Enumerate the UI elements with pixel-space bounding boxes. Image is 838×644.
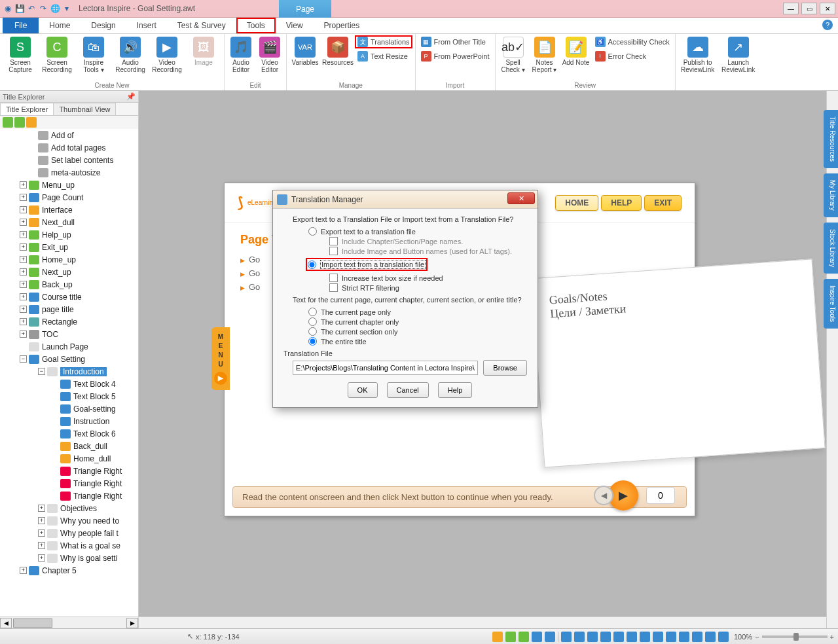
tab-test-survey[interactable]: Test & Survey [167, 18, 236, 33]
accessibility-check-button[interactable]: ♿Accessibility Check [592, 35, 672, 48]
status-icon[interactable] [600, 632, 611, 642]
status-icon[interactable] [505, 632, 516, 642]
expand-icon[interactable]: + [38, 505, 45, 512]
zoom-out-icon[interactable]: − [755, 633, 759, 641]
audio-recording-button[interactable]: 🔊Audio Recording [113, 35, 148, 73]
tree-item[interactable]: +Rectangle [0, 315, 138, 328]
status-icon[interactable] [666, 632, 676, 642]
status-icon[interactable] [718, 632, 729, 642]
expand-icon[interactable]: + [20, 268, 27, 276]
launch-reviewlink-button[interactable]: ↗Launch ReviewLink [719, 35, 758, 73]
page-home-button[interactable]: HOME [555, 195, 598, 211]
expand-icon[interactable]: + [20, 231, 27, 238]
inspire-tools-button[interactable]: 🛍Inspire Tools ▾ [76, 35, 111, 73]
tab-insert[interactable]: Insert [126, 18, 167, 33]
tree-item[interactable]: +Why you need to [0, 514, 138, 527]
tab-thumbnail-view[interactable]: Thumbnail View [53, 103, 116, 115]
close-button[interactable]: ✕ [820, 3, 835, 14]
radio-current-page[interactable] [308, 308, 317, 316]
scroll-right-icon[interactable]: ▶ [126, 618, 138, 628]
publish-reviewlink-button[interactable]: ☁Publish to ReviewLink [678, 35, 718, 73]
expand-icon[interactable]: + [20, 281, 27, 288]
tree-item[interactable]: +Menu_up [0, 179, 138, 191]
from-other-title-button[interactable]: ▦From Other Title [418, 35, 492, 48]
radio-entire-title[interactable] [308, 337, 317, 346]
tree-item[interactable]: −Introduction [0, 365, 138, 378]
toolbar-icon-3[interactable] [26, 117, 37, 128]
toolbar-icon-2[interactable] [14, 117, 25, 128]
expand-icon[interactable]: + [38, 554, 45, 562]
zoom-slider[interactable] [762, 635, 828, 638]
expand-icon[interactable]: + [20, 243, 27, 251]
expand-icon[interactable]: + [38, 542, 45, 549]
expand-icon[interactable]: + [38, 529, 45, 537]
expand-icon[interactable]: + [20, 318, 27, 325]
ok-button[interactable]: OK [348, 382, 378, 398]
prev-button[interactable]: ◀ [594, 486, 613, 505]
status-icon[interactable] [587, 632, 598, 642]
tree-item[interactable]: meta-autosize [0, 166, 138, 179]
sidetab-my-library[interactable]: My Library [824, 173, 838, 217]
status-icon[interactable] [545, 632, 555, 642]
expand-icon[interactable]: + [20, 194, 27, 201]
checkbox-include-names[interactable] [329, 237, 338, 245]
screen-capture-button[interactable]: SScreen Capture [3, 35, 38, 73]
canvas-hscrollbar[interactable] [139, 617, 826, 628]
pin-icon[interactable]: 📌 [126, 92, 136, 101]
sidetab-inspire-tools[interactable]: Inspire Tools [824, 279, 838, 329]
help-icon[interactable]: ? [822, 20, 833, 30]
tree-view[interactable]: Add ofAdd total pagesSet label contentsm… [0, 129, 138, 617]
video-editor-button[interactable]: 🎬Video Editor [256, 35, 283, 73]
status-icon[interactable] [561, 632, 572, 642]
redo-icon[interactable]: ↷ [38, 3, 48, 14]
variables-button[interactable]: VARVariables [289, 35, 321, 66]
status-icon[interactable] [705, 632, 716, 642]
radio-import[interactable] [308, 260, 316, 269]
tree-hscrollbar[interactable]: ◀ ▶ [0, 617, 138, 628]
status-icon[interactable] [640, 632, 650, 642]
radio-current-chapter[interactable] [308, 317, 317, 326]
page-help-button[interactable]: HELP [601, 195, 642, 211]
status-icon[interactable] [519, 632, 529, 642]
tree-item[interactable]: +Page Count [0, 191, 138, 204]
tree-item[interactable]: +Interface [0, 204, 138, 216]
browse-button[interactable]: Browse [483, 360, 527, 376]
globe-icon[interactable]: 🌐 [50, 3, 60, 14]
minimize-button[interactable]: — [783, 3, 799, 14]
tree-item[interactable]: +Home_up [0, 253, 138, 266]
tab-tools[interactable]: Tools [236, 18, 276, 33]
sidetab-title-resources[interactable]: Title Resources [824, 110, 838, 168]
translation-file-input[interactable] [293, 361, 478, 375]
notes-report-button[interactable]: 📄Notes Report ▾ [530, 35, 560, 73]
tab-design[interactable]: Design [81, 18, 126, 33]
checkbox-increase-size[interactable] [329, 274, 338, 282]
spell-check-button[interactable]: ab✓Spell Check ▾ [498, 35, 528, 73]
status-icon[interactable] [613, 632, 624, 642]
checkbox-include-alt[interactable] [329, 247, 338, 255]
tree-item[interactable]: Add total pages [0, 141, 138, 154]
expand-icon[interactable]: − [38, 368, 45, 375]
expand-icon[interactable]: + [20, 567, 27, 574]
expand-icon[interactable]: + [20, 331, 27, 338]
radio-current-section[interactable] [308, 327, 317, 336]
tree-item[interactable]: +Next_dull [0, 216, 138, 228]
tree-item[interactable]: Text Block 4 [0, 378, 138, 390]
radio-export[interactable] [308, 227, 317, 236]
page-exit-button[interactable]: EXIT [644, 195, 682, 211]
status-icon[interactable] [532, 632, 542, 642]
expand-icon[interactable]: + [38, 517, 45, 524]
error-check-button[interactable]: !Error Check [592, 50, 672, 63]
video-recording-button[interactable]: ▶Video Recording [149, 35, 185, 73]
undo-icon[interactable]: ↶ [26, 3, 37, 14]
status-icon[interactable] [679, 632, 689, 642]
tab-file[interactable]: File [3, 18, 39, 33]
translations-button[interactable]: 文Translations [355, 35, 412, 48]
tab-view[interactable]: View [276, 18, 314, 33]
tree-item[interactable]: +TOC [0, 328, 138, 340]
status-icon[interactable] [574, 632, 585, 642]
tree-item[interactable]: Instruction [0, 415, 138, 427]
tree-item[interactable]: +page title [0, 303, 138, 315]
tree-item[interactable]: Text Block 5 [0, 390, 138, 402]
tree-item[interactable]: −Goal Setting [0, 353, 138, 365]
expand-icon[interactable]: + [20, 181, 27, 188]
